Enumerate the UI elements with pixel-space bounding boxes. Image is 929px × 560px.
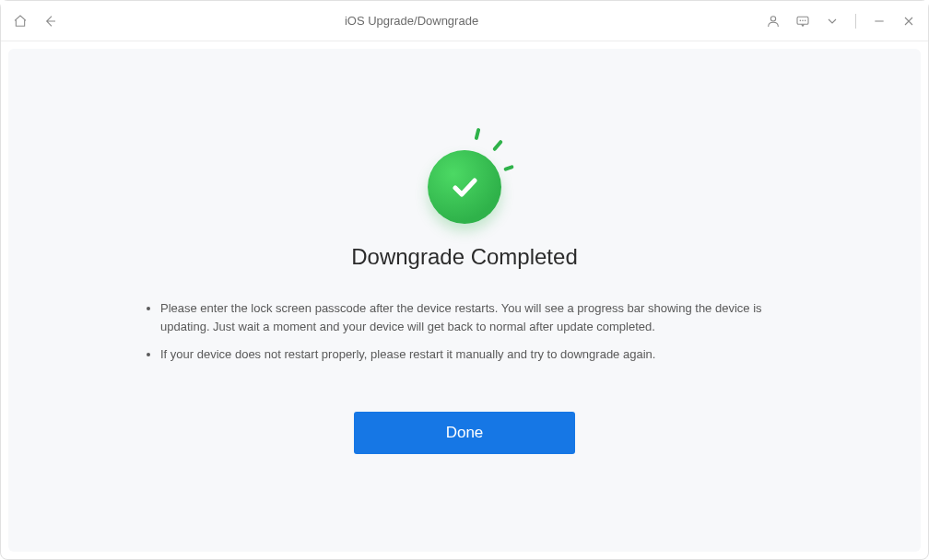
minimize-icon[interactable] xyxy=(871,13,888,29)
success-graphic xyxy=(409,122,520,224)
close-icon[interactable] xyxy=(900,13,917,29)
sparkle-icon xyxy=(503,165,514,171)
back-icon[interactable] xyxy=(41,13,58,29)
main-content: Downgrade Completed Please enter the loc… xyxy=(8,49,921,552)
app-window: iOS Upgrade/Downgrade xyxy=(0,0,929,560)
page-heading: Downgrade Completed xyxy=(351,244,577,270)
svg-point-0 xyxy=(770,16,775,20)
titlebar-right xyxy=(765,13,917,29)
done-button[interactable]: Done xyxy=(354,412,575,454)
sparkle-icon xyxy=(492,139,503,151)
list-item: If your device does not restart properly… xyxy=(160,345,787,364)
home-icon[interactable] xyxy=(12,13,29,29)
sparkle-icon xyxy=(474,128,480,141)
chevron-down-icon[interactable] xyxy=(824,13,841,29)
titlebar-divider xyxy=(855,14,856,29)
success-check-icon xyxy=(428,150,501,224)
list-item: Please enter the lock screen passcode af… xyxy=(160,299,787,336)
window-title: iOS Upgrade/Downgrade xyxy=(58,14,765,28)
titlebar: iOS Upgrade/Downgrade xyxy=(1,1,928,41)
instruction-list: Please enter the lock screen passcode af… xyxy=(142,299,787,373)
user-icon[interactable] xyxy=(765,13,782,29)
feedback-icon[interactable] xyxy=(794,13,811,29)
titlebar-left xyxy=(12,13,58,29)
